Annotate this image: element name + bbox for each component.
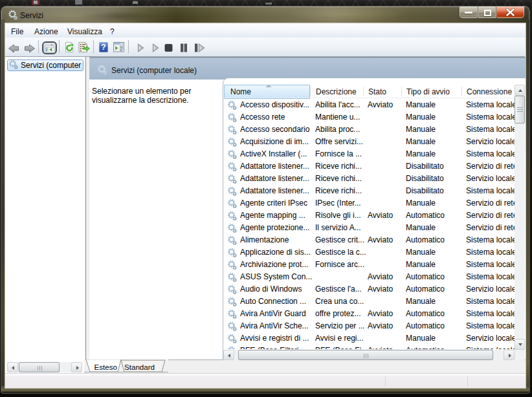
svg-text:Esteso: Esteso [94, 363, 117, 371]
svg-text:Standard: Standard [124, 363, 155, 371]
